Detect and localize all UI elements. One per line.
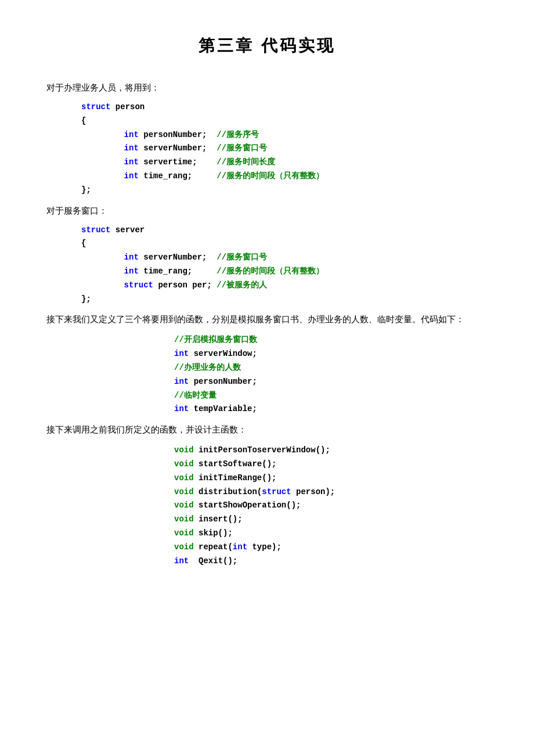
func-initTimeRange: void initTimeRange(); [174,471,488,485]
var-personnumber: int personNumber; [174,375,488,389]
field-personNumber: int personNumber; //服务序号 [104,128,488,142]
comment-serverwindow: //开启模拟服务窗口数 [174,333,488,347]
func-startSoftware: void startSoftware(); [174,458,488,471]
field-server-serverNumber: int serverNumber; //服务窗口号 [104,251,488,265]
struct-person-block: struct person { int personNumber; //服务序号… [81,100,488,197]
func-insert: void insert(); [174,513,488,527]
struct-server-header: struct server [81,224,488,237]
field-time-rang: int time_rang; //服务的时间段（只有整数） [104,170,488,183]
functions-block: void initPersonToserverWindow(); void st… [174,444,488,568]
field-server-per: struct person per; //被服务的人 [104,279,488,293]
struct-server-block: struct server { int serverNumber; //服务窗口… [81,224,488,307]
global-vars-block: //开启模拟服务窗口数 int serverWindow; //办理业务的人数 … [174,333,488,416]
comment-tempvariable: //临时变量 [174,389,488,403]
section3-text: 接下来我们又定义了三个将要用到的函数，分别是模拟服务窗口书、办理业务的人数、临时… [46,312,488,327]
func-skip: void skip(); [174,527,488,541]
var-tempvariable: int tempVariable; [174,402,488,416]
section1-intro: 对于办理业务人员，将用到： [46,80,488,96]
field-serverNumber: int serverNumber; //服务窗口号 [104,142,488,156]
func-distribution: void distribution(struct person); [174,485,488,499]
func-initPersonToserverWindow: void initPersonToserverWindow(); [174,444,488,458]
page-title: 第三章 代码实现 [46,35,488,57]
struct-server-close: }; [81,293,488,307]
struct-server-open: { [81,237,488,251]
struct-person-header: struct person [81,100,488,114]
section2-intro: 对于服务窗口： [46,203,488,219]
comment-personnumber: //办理业务的人数 [174,361,488,375]
struct-person-close: }; [81,183,488,197]
func-qexit: int Qexit(); [174,555,488,568]
field-server-time-rang: int time_rang; //服务的时间段（只有整数） [104,265,488,279]
struct-person-open: { [81,114,488,128]
field-servertime: int servertime; //服务时间长度 [104,156,488,170]
var-serverwindow: int serverWindow; [174,347,488,361]
section4-text: 接下来调用之前我们所定义的函数，并设计主函数： [46,422,488,438]
func-repeat: void repeat(int type); [174,541,488,555]
func-startShowOperation: void startShowOperation(); [174,499,488,513]
